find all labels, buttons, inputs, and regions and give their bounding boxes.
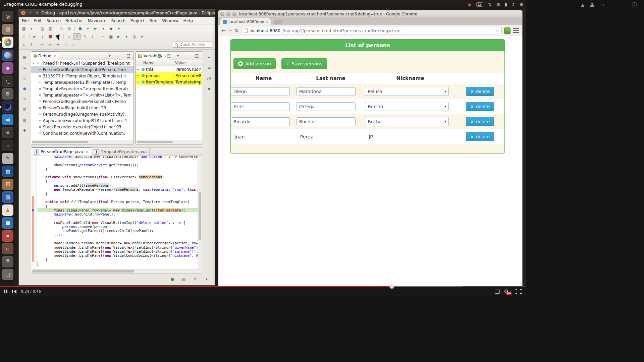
editor-vscrollbar[interactable] (198, 156, 202, 269)
junit-icon[interactable]: Ju (206, 75, 212, 81)
maximize-icon[interactable] (232, 12, 236, 16)
open-type-icon[interactable]: ◇ (58, 25, 65, 32)
name-input[interactable] (231, 102, 290, 111)
bookmarks-icon[interactable]: ◆ (22, 127, 28, 133)
launcher-workspace-switcher[interactable]: # (2, 256, 13, 267)
delete-button[interactable]: ×delete (466, 132, 494, 141)
chrome-menu-icon[interactable] (513, 28, 519, 33)
close-icon[interactable]: × (86, 150, 88, 154)
menu-run[interactable]: Run (147, 17, 160, 24)
step-into-icon[interactable]: ↓ (65, 33, 73, 40)
step-return-icon[interactable]: ↰ (81, 33, 88, 40)
new-dropdown-icon[interactable]: ▾ (28, 25, 35, 32)
launcher-eclipse[interactable] (2, 101, 13, 113)
writable-icon[interactable]: ● (169, 276, 176, 283)
variable-row[interactable]: ▸personPerson (id=8 (136, 72, 202, 79)
menu-window[interactable]: Window (160, 17, 181, 24)
stack-frame[interactable]: ≡PersonCrudPage(DragomeVisualActivity). (31, 111, 133, 117)
suspend-icon[interactable]: ∥ (39, 33, 46, 40)
save-persons-button[interactable]: ✓ Save persons (281, 58, 327, 69)
launcher-firefox[interactable] (2, 50, 13, 61)
external-tools-icon[interactable]: ◆ (107, 25, 115, 32)
vote-up-icon[interactable]: ▲ (581, 2, 584, 7)
pause-button[interactable] (4, 290, 7, 293)
debug-dropdown-icon[interactable]: ▾ (84, 25, 92, 32)
variable-row[interactable]: ▸thisPersonCrudP (136, 66, 202, 72)
last-edit-icon[interactable]: ↩ (39, 41, 46, 48)
resume-icon[interactable]: ► (31, 33, 39, 40)
launcher-files[interactable]: ▤ (2, 24, 13, 35)
info-icon[interactable]: i (632, 2, 637, 7)
stack-frame[interactable]: ≡Continuation.continueWith(Continuation, (31, 130, 133, 136)
open-console-icon[interactable]: ▣ (107, 33, 115, 40)
delete-button[interactable]: ×delete (466, 87, 494, 96)
profile-icon[interactable] (590, 3, 595, 7)
close-icon[interactable]: × (21, 10, 26, 15)
mail-indicator[interactable]: ✉ (496, 2, 500, 7)
breakpoints-icon[interactable]: ● (22, 86, 28, 91)
tree-icon[interactable]: ◆ (206, 86, 212, 91)
launcher-archive-manager[interactable]: ▥ (2, 179, 13, 190)
keyboard-indicator[interactable]: Es (476, 2, 483, 7)
menu-edit[interactable]: Edit (31, 17, 44, 24)
volume-button[interactable] (12, 290, 16, 294)
debug-hscrollbar[interactable] (32, 140, 133, 144)
menu-navigate[interactable]: Navigate (86, 17, 109, 24)
back-dropdown-icon[interactable]: ▾ (54, 41, 62, 48)
layout-icon[interactable]: ▤ (165, 52, 172, 59)
stack-frame[interactable]: ≡TemplateRepeater$1.fillTemplate(T, Temp (31, 79, 133, 85)
menu-source[interactable]: Source (44, 17, 63, 24)
minimize-icon[interactable]: – (28, 10, 33, 15)
coverage-icon[interactable]: ◎ (130, 33, 138, 40)
stack-frame[interactable]: ≡PersonCrudPage.fillTemplate(Person, Tem (31, 66, 133, 73)
external-tools-dropdown-icon[interactable]: ▾ (115, 25, 122, 32)
stack-frame[interactable]: ≡TemplateRepeater<T>.repeatItems(Iterab (31, 85, 133, 92)
delete-button[interactable]: ×delete (466, 117, 494, 126)
edit-mode-icon[interactable]: ✎ (192, 276, 199, 283)
variables-maximize-icon[interactable]: □ (193, 52, 201, 59)
display-icon[interactable]: ▥ (22, 107, 28, 112)
launcher-chrome[interactable] (2, 37, 13, 48)
outline-icon[interactable]: ≡ (206, 55, 212, 60)
tab-debug[interactable]: Debug × (31, 52, 59, 60)
package-explorer-icon[interactable]: ▤ (22, 55, 28, 60)
menu-search[interactable]: Search (109, 17, 128, 24)
outline-strip-icon[interactable]: ▦ (22, 117, 28, 122)
last-name-input[interactable] (297, 102, 356, 111)
debug-ball-icon[interactable]: ● (76, 25, 84, 32)
debug-stack-tree[interactable]: ▾≡Thread [Thread-50] (Suspended (breakpo… (31, 60, 133, 140)
launcher-dash-home[interactable]: ◎ (2, 11, 13, 22)
run-icon[interactable]: ► (92, 25, 99, 32)
editor-tab-templaterepeater-java[interactable]: JTemplateRepeater.java (91, 148, 150, 156)
launcher-app-dark[interactable]: ▪ (2, 127, 13, 138)
step-over-icon[interactable]: ↱ (73, 33, 80, 40)
use-step-filters-icon[interactable]: ≈ (100, 33, 107, 40)
forward-button[interactable]: → (228, 28, 232, 33)
menu-refactor[interactable]: Refactor (63, 17, 85, 24)
run-last-dropdown-icon[interactable]: ▾ (123, 33, 130, 40)
launcher-vlc[interactable]: ▲ (2, 204, 13, 216)
stack-frame[interactable]: ≡StackRecorder.execute(Object) line: 93 (31, 124, 133, 130)
code-area[interactable]: mainPanel.addChild(new VisualButtonImpl(… (37, 156, 198, 269)
variables-minimize-icon[interactable]: – (184, 52, 191, 59)
launcher-trash[interactable]: □ (2, 269, 13, 280)
fullscreen-button[interactable] (516, 289, 522, 294)
launcher-terminal[interactable]: ›_ (2, 75, 13, 87)
back-icon[interactable]: ← (47, 41, 54, 48)
editor-tab-personcrudpage-java[interactable]: JPersonCrudPage.java× (31, 147, 91, 156)
launcher-cube-blue[interactable]: ▧ (2, 191, 13, 203)
forward-dropdown-icon[interactable]: ▾ (70, 41, 77, 48)
column-name[interactable]: Name (136, 61, 173, 65)
status-dropdown-icon[interactable]: ▾ (203, 276, 210, 283)
name-input[interactable] (231, 117, 290, 126)
debug-maximize-icon[interactable]: □ (125, 52, 132, 59)
search-icon[interactable]: ◎ (65, 25, 73, 32)
launcher-app-brown[interactable]: ▫ (2, 243, 13, 254)
share-icon[interactable]: ↪ (600, 2, 604, 7)
launcher-system-settings[interactable]: ⚙ (2, 88, 13, 100)
remove-terminated-icon[interactable]: × (20, 33, 28, 40)
close-icon[interactable] (220, 12, 224, 16)
session-indicator[interactable]: ⚙ (520, 2, 523, 7)
annotations-button[interactable] (495, 290, 500, 294)
stack-frame[interactable]: ≡ApplicationExecutorImpl$1$1.run() line:… (31, 117, 133, 124)
